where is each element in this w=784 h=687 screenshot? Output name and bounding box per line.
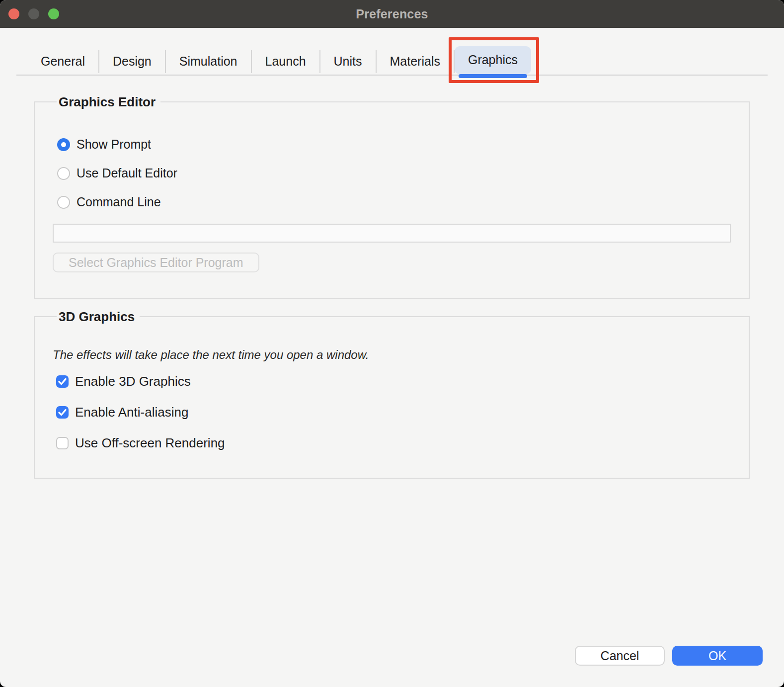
radio-show-prompt-label[interactable]: Show Prompt: [77, 137, 151, 152]
checkbox-use-off-screen-rendering[interactable]: [56, 437, 69, 449]
tab-materials[interactable]: Materials: [377, 49, 454, 74]
tab-launch[interactable]: Launch: [252, 49, 319, 74]
three-d-graphics-group: 3D Graphics The effects will take place …: [34, 309, 750, 479]
checkbox-enable-3d-graphics-label[interactable]: Enable 3D Graphics: [75, 374, 191, 389]
traffic-lights: [8, 0, 59, 28]
window-title: Preferences: [356, 7, 428, 21]
command-line-input[interactable]: [53, 224, 731, 243]
checkmark-icon: [56, 406, 69, 419]
cancel-button[interactable]: Cancel: [575, 646, 665, 666]
graphics-editor-legend: Graphics Editor: [57, 94, 160, 109]
checkbox-row-enable-3d-graphics[interactable]: Enable 3D Graphics: [56, 374, 731, 389]
tab-simulation[interactable]: Simulation: [166, 49, 251, 74]
checkbox-enable-anti-aliasing[interactable]: [56, 406, 69, 419]
tab-units[interactable]: Units: [320, 49, 376, 74]
checkbox-row-use-off-screen-rendering[interactable]: Use Off-screen Rendering: [56, 435, 731, 451]
close-button[interactable]: [8, 8, 19, 19]
tab-graphics[interactable]: Graphics: [455, 46, 531, 74]
radio-row-show-prompt[interactable]: Show Prompt: [57, 137, 731, 152]
preferences-window: Preferences General Design Simulation La…: [0, 0, 784, 687]
ok-button[interactable]: OK: [672, 646, 763, 666]
tab-bar: General Design Simulation Launch Units M…: [16, 47, 768, 76]
tab-general[interactable]: General: [27, 49, 98, 74]
tab-design[interactable]: Design: [99, 49, 165, 74]
radio-row-command-line[interactable]: Command Line: [57, 195, 731, 209]
checkbox-enable-anti-aliasing-label[interactable]: Enable Anti-aliasing: [75, 405, 188, 420]
radio-use-default-editor[interactable]: [57, 167, 70, 180]
tab-graphics-label: Graphics: [468, 53, 518, 67]
select-graphics-editor-button[interactable]: Select Graphics Editor Program: [53, 253, 259, 272]
minimize-button[interactable]: [28, 8, 39, 19]
three-d-graphics-legend: 3D Graphics: [57, 309, 140, 324]
effects-note: The effects will take place the next tim…: [53, 348, 731, 362]
titlebar: Preferences: [0, 0, 784, 28]
zoom-button[interactable]: [48, 8, 59, 19]
radio-use-default-editor-label[interactable]: Use Default Editor: [77, 166, 177, 180]
checkbox-enable-3d-graphics[interactable]: [56, 375, 69, 388]
radio-command-line-label[interactable]: Command Line: [77, 195, 161, 209]
active-tab-underline: [459, 74, 527, 78]
checkbox-use-off-screen-rendering-label[interactable]: Use Off-screen Rendering: [75, 435, 225, 451]
radio-command-line[interactable]: [57, 196, 70, 209]
checkmark-icon: [56, 375, 69, 388]
footer: Cancel OK: [575, 646, 763, 666]
checkbox-row-enable-anti-aliasing[interactable]: Enable Anti-aliasing: [56, 405, 731, 420]
radio-row-use-default-editor[interactable]: Use Default Editor: [57, 166, 731, 180]
graphics-editor-group: Graphics Editor Show Prompt Use Default …: [34, 94, 750, 299]
radio-show-prompt[interactable]: [57, 138, 70, 151]
